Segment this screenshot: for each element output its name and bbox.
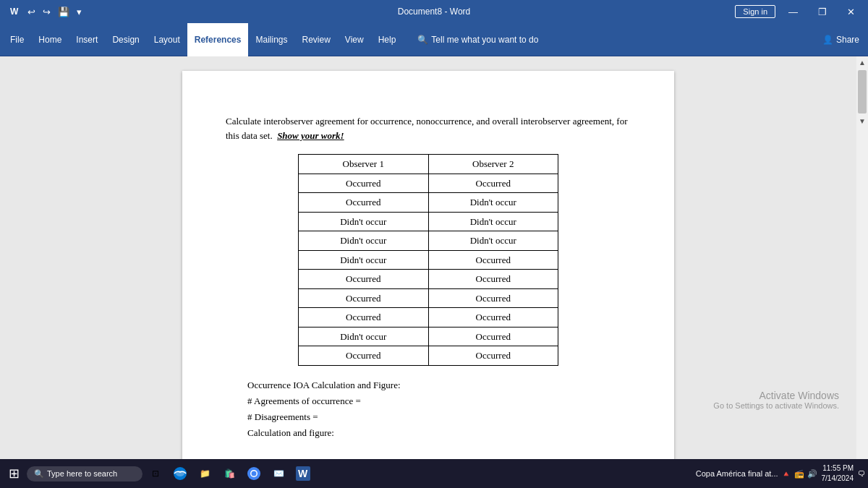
scroll-thumb[interactable] <box>858 70 867 114</box>
title-bar-right: Sign in — ❐ ✕ <box>735 0 862 23</box>
tab-design[interactable]: Design <box>105 23 146 56</box>
system-tray: Copa América final at... 🔺 📻 🔊 <box>696 469 817 479</box>
table-row: Didn't occurDidn't occur <box>299 212 558 231</box>
taskbar-search-icon: 🔍 <box>34 469 44 479</box>
ribbon-search: 🔍 Tell me what you want to do <box>417 35 538 45</box>
tab-file[interactable]: File <box>3 23 31 56</box>
show-work-text: Show your work! <box>277 130 344 141</box>
word-icon-btn[interactable]: W <box>6 4 23 20</box>
document-title: Document8 - Word <box>398 7 470 17</box>
document-page[interactable]: Calculate interobserver agreement for oc… <box>182 71 674 468</box>
taskbar-icon-files[interactable]: 📁 <box>193 462 216 485</box>
taskbar-icon-store[interactable]: 🛍️ <box>218 462 241 485</box>
quick-access-toolbar: W ↩ ↪ 💾 ▾ <box>6 4 85 20</box>
ribbon-search-label: Tell me what you want to do <box>431 35 538 45</box>
occurrence-ioa-title: Occurrence IOA Calculation and Figure: <box>247 377 631 393</box>
share-icon: 👤 <box>822 35 833 45</box>
taskbar-search[interactable]: 🔍 Type here to search <box>27 466 142 481</box>
maximize-btn[interactable]: ❐ <box>811 0 834 23</box>
search-icon: 🔍 <box>417 35 428 45</box>
notification-center-icon[interactable]: 🗨 <box>858 470 865 478</box>
intro-paragraph: Calculate interobserver agreement for oc… <box>226 114 631 142</box>
minimize-btn[interactable]: — <box>781 0 805 23</box>
occurrence-calc: Calculation and figure: <box>247 425 631 441</box>
col-header-obs2: Observer 2 <box>428 155 558 174</box>
table-header-row: Observer 1 Observer 2 <box>299 155 558 174</box>
tab-view[interactable]: View <box>338 23 371 56</box>
redo-btn[interactable]: ↪ <box>40 5 54 19</box>
document-area: Calculate interobserver agreement for oc… <box>0 56 868 468</box>
scroll-up-btn[interactable]: ▲ <box>856 56 868 69</box>
col-header-obs1: Observer 1 <box>299 155 429 174</box>
share-label: Share <box>836 35 859 45</box>
notification-text: Copa América final at... <box>696 469 778 478</box>
taskbar-icon-word[interactable]: W <box>292 462 315 485</box>
table-row: OccurredOccurred <box>299 174 558 193</box>
taskbar-right: Copa América final at... 🔺 📻 🔊 11:55 PM … <box>696 463 865 484</box>
quick-access-more[interactable]: ▾ <box>74 5 85 19</box>
undo-btn[interactable]: ↩ <box>25 5 38 19</box>
table-row: OccurredDidn't occur <box>299 193 558 213</box>
occurrence-agreements: # Agreements of occurrence = <box>247 393 631 409</box>
tab-review[interactable]: Review <box>295 23 338 56</box>
time-display: 11:55 PM <box>822 463 854 474</box>
table-row: OccurredOccurred <box>299 346 558 366</box>
tab-home[interactable]: Home <box>31 23 69 56</box>
close-btn[interactable]: ✕ <box>840 0 862 23</box>
svg-point-6 <box>252 471 257 476</box>
taskbar-icon-taskview[interactable]: ⊡ <box>144 462 167 485</box>
scroll-down-btn[interactable]: ▼ <box>856 115 868 127</box>
start-button[interactable]: ⊞ <box>3 463 25 484</box>
volume-icon: 🔊 <box>807 469 817 479</box>
tab-references[interactable]: References <box>187 23 249 56</box>
taskbar-search-label: Type here to search <box>47 469 117 478</box>
document-scroll[interactable]: Calculate interobserver agreement for oc… <box>0 56 856 468</box>
taskbar: ⊞ 🔍 Type here to search ⊡ 📁 🛍️ ✉️ W Copa… <box>0 459 868 488</box>
table-row: OccurredOccurred <box>299 288 558 308</box>
tab-layout[interactable]: Layout <box>147 23 187 56</box>
network-icon: 🔺 <box>781 469 791 479</box>
date-display: 7/14/2024 <box>822 474 854 484</box>
svg-text:W: W <box>298 468 308 479</box>
observer-table: Observer 1 Observer 2 OccurredOccurred O… <box>298 154 558 366</box>
clock: 11:55 PM 7/14/2024 <box>822 463 854 484</box>
occurrence-disagreements: # Disagreements = <box>247 409 631 425</box>
table-row: OccurredOccurred <box>299 308 558 328</box>
taskbar-icon-edge[interactable] <box>169 462 192 485</box>
taskbar-icon-mail[interactable]: ✉️ <box>267 462 290 485</box>
share-button[interactable]: 👤 Share <box>817 32 865 48</box>
table-row: Didn't occurOccurred <box>299 327 558 346</box>
table-row: Didn't occurDidn't occur <box>299 231 558 251</box>
battery-icon: 📻 <box>794 469 804 479</box>
occurrence-ioa-section: Occurrence IOA Calculation and Figure: #… <box>226 377 631 441</box>
svg-text:W: W <box>10 7 19 17</box>
tab-help[interactable]: Help <box>371 23 404 56</box>
tab-mailings[interactable]: Mailings <box>248 23 294 56</box>
save-btn[interactable]: 💾 <box>55 5 72 19</box>
sign-in-button[interactable]: Sign in <box>735 5 775 18</box>
table-row: OccurredOccurred <box>299 270 558 289</box>
title-bar: W ↩ ↪ 💾 ▾ Document8 - Word Sign in — ❐ ✕ <box>0 0 868 23</box>
tab-insert[interactable]: Insert <box>69 23 105 56</box>
ribbon: File Home Insert Design Layout Reference… <box>0 23 868 56</box>
title-bar-left: W ↩ ↪ 💾 ▾ <box>6 4 85 20</box>
scrollbar[interactable]: ▲ ▼ <box>856 56 868 468</box>
taskbar-icon-chrome[interactable] <box>242 462 265 485</box>
table-row: Didn't occurOccurred <box>299 250 558 270</box>
